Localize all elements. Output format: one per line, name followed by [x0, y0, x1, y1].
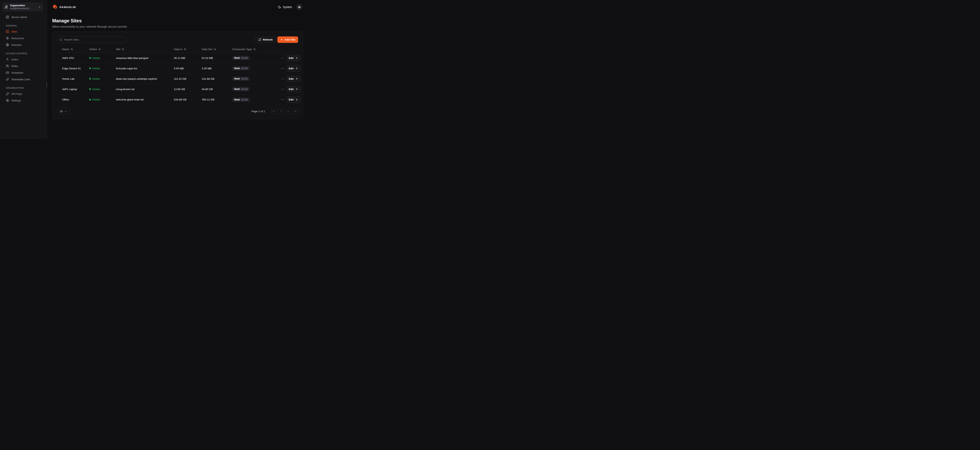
- online-status: Online: [89, 98, 116, 101]
- site-slug-cell: dead-san-joaquin-antelope-squirrel: [116, 78, 174, 80]
- search-icon: [59, 38, 62, 41]
- status-label: Online: [92, 78, 100, 80]
- connection-badge: Newt v1.3.2: [232, 98, 250, 102]
- status-label: Online: [92, 98, 100, 101]
- online-status: Online: [89, 67, 116, 70]
- next-page-button[interactable]: [285, 108, 291, 114]
- link-icon: [6, 78, 9, 81]
- arrow-right-icon: [295, 67, 298, 70]
- site-name-cell: Office: [57, 98, 89, 101]
- site-slug-cell: fortunate-cape-fox: [116, 67, 174, 70]
- prev-page-button[interactable]: [278, 108, 283, 114]
- status-label: Online: [92, 67, 100, 70]
- site-name-cell: Home Lab: [57, 78, 89, 80]
- row-menu-button[interactable]: [280, 76, 285, 81]
- connection-type-cell: Newt v1.3.2: [232, 76, 280, 81]
- sort-icon: [184, 48, 186, 51]
- pangolin-logo-icon: [52, 4, 58, 10]
- brand-name: PANGOLIN: [60, 6, 76, 9]
- data-out-cell: 780.12 GB: [202, 98, 232, 101]
- theme-toggle[interactable]: System: [278, 5, 292, 9]
- column-header-data-out[interactable]: Data Out: [202, 48, 232, 51]
- org-picker[interactable]: Organization milo@fossorial.io's ...: [3, 3, 43, 11]
- connection-badge: Newt v1.3.2: [232, 56, 250, 60]
- ellipsis-icon: [281, 78, 284, 80]
- data-out-cell: 52.02 MB: [202, 57, 232, 60]
- sites-card: Refresh Add Site Name Online: [52, 32, 303, 119]
- sidebar-section-general: GENERAL: [3, 24, 44, 27]
- row-menu-button[interactable]: [280, 87, 285, 92]
- row-menu-button[interactable]: [280, 97, 285, 102]
- last-page-button[interactable]: [293, 108, 298, 114]
- row-menu-button[interactable]: [280, 66, 285, 71]
- ellipsis-icon: [281, 98, 284, 101]
- column-header-data-in[interactable]: Data In: [174, 48, 202, 51]
- sidebar-item-roles[interactable]: Roles: [3, 63, 44, 69]
- sidebar-nav: Server Admin GENERAL Sites Resources Dom…: [0, 14, 47, 103]
- online-dot-icon: [89, 68, 91, 69]
- edit-button[interactable]: Edit: [286, 65, 301, 71]
- arrow-right-icon: [295, 88, 298, 90]
- ellipsis-icon: [281, 88, 284, 91]
- page-size-select[interactable]: 20: [57, 108, 69, 114]
- online-dot-icon: [89, 88, 91, 90]
- table-row: Home Lab Online dead-san-joaquin-antelop…: [57, 74, 298, 84]
- topbar: PANGOLIN System M: [47, 0, 307, 14]
- page-status: Page 1 of 1: [251, 110, 265, 113]
- ellipsis-icon: [281, 67, 284, 70]
- status-label: Online: [92, 88, 100, 91]
- column-header-connection-type[interactable]: Connection Type: [232, 48, 280, 51]
- table-toolbar: Refresh Add Site: [57, 36, 298, 43]
- refresh-button[interactable]: Refresh: [255, 36, 275, 43]
- key-icon: [6, 92, 9, 95]
- sidebar-item-users[interactable]: Users: [3, 57, 44, 62]
- column-header-online[interactable]: Online: [89, 48, 116, 51]
- edit-button[interactable]: Edit: [286, 76, 301, 82]
- building-icon: [5, 5, 8, 9]
- main-content: PANGOLIN System M Manage Sites Allow con…: [47, 0, 307, 139]
- org-picker-label: Organization: [10, 4, 37, 7]
- table-footer: 20 Page 1 of 1: [57, 108, 298, 114]
- site-name-cell: Jeff's Laptop: [57, 88, 89, 91]
- sidebar-item-server-admin[interactable]: Server Admin: [3, 14, 44, 20]
- brand-logo[interactable]: PANGOLIN: [52, 4, 76, 10]
- sidebar-item-invitations[interactable]: Invitations: [3, 70, 44, 75]
- row-menu-button[interactable]: [280, 55, 285, 60]
- edit-button[interactable]: Edit: [286, 97, 301, 103]
- online-dot-icon: [89, 78, 91, 79]
- sort-icon: [99, 48, 101, 51]
- chevrons-left-icon: [272, 110, 275, 112]
- avatar[interactable]: M: [296, 4, 302, 10]
- chevrons-right-icon: [294, 110, 297, 112]
- globe-icon: [6, 43, 9, 46]
- connection-badge: Newt v1.3.2: [232, 66, 250, 70]
- site-name-cell: AWS VPC: [57, 57, 89, 60]
- table-header: Name Online Site Data In Data Out: [57, 46, 298, 53]
- search-input[interactable]: [64, 38, 124, 41]
- edit-button[interactable]: Edit: [286, 86, 301, 92]
- data-in-cell: 5.00 MB: [174, 67, 202, 70]
- sidebar-item-resources[interactable]: Resources: [3, 35, 44, 41]
- chevron-down-icon: [65, 110, 67, 112]
- data-out-cell: 34.80 GB: [202, 88, 232, 91]
- column-header-site[interactable]: Site: [116, 48, 174, 51]
- chevrons-up-down-icon: [38, 6, 41, 8]
- online-dot-icon: [89, 57, 91, 59]
- sort-icon: [70, 48, 73, 51]
- sidebar-item-api-keys[interactable]: API Keys: [3, 91, 44, 97]
- page-title: Manage Sites: [52, 18, 302, 24]
- edit-button[interactable]: Edit: [286, 55, 301, 61]
- sidebar-item-sites[interactable]: Sites: [3, 29, 44, 34]
- status-label: Online: [92, 57, 100, 60]
- sidebar-item-settings[interactable]: Settings: [3, 98, 44, 103]
- page-subtitle: Allow connectivity to your network throu…: [52, 25, 302, 28]
- add-site-button[interactable]: Add Site: [277, 36, 298, 43]
- table-row: Edge Device 01 Online fortunate-cape-fox…: [57, 63, 298, 74]
- column-header-name[interactable]: Name: [57, 48, 89, 51]
- sidebar-item-shareable-links[interactable]: Shareable Links: [3, 76, 44, 82]
- sidebar-item-label: Sites: [11, 30, 17, 33]
- sidebar: Organization milo@fossorial.io's ... Ser…: [0, 0, 47, 139]
- sidebar-item-domains[interactable]: Domains: [3, 42, 44, 48]
- first-page-button[interactable]: [271, 108, 276, 114]
- chevron-left-icon: [280, 110, 282, 112]
